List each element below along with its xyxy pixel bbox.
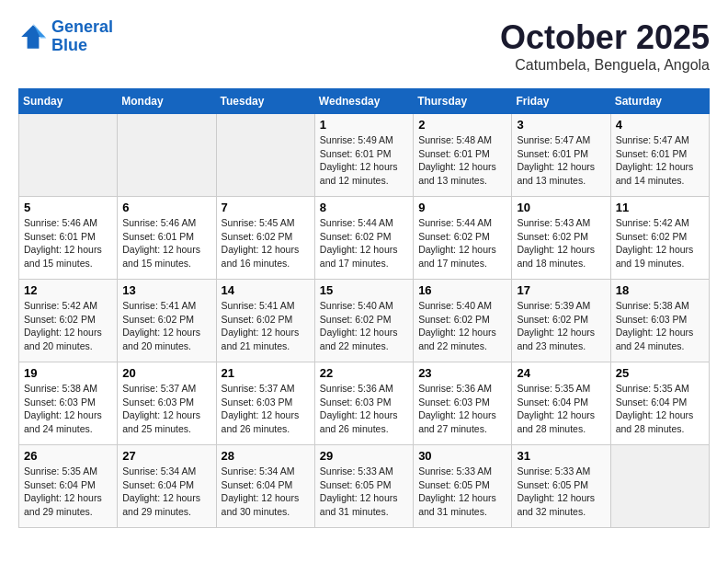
calendar-cell: 7Sunrise: 5:45 AM Sunset: 6:02 PM Daylig… <box>216 197 314 280</box>
day-number: 17 <box>517 283 605 297</box>
day-info: Sunrise: 5:41 AM Sunset: 6:02 PM Dayligh… <box>222 299 310 353</box>
calendar-cell: 15Sunrise: 5:40 AM Sunset: 6:02 PM Dayli… <box>314 280 413 362</box>
calendar-week-3: 12Sunrise: 5:42 AM Sunset: 6:02 PM Dayli… <box>19 280 710 362</box>
day-info: Sunrise: 5:34 AM Sunset: 6:04 PM Dayligh… <box>222 465 310 519</box>
header-day-thursday: Thursday <box>414 89 512 114</box>
calendar-cell: 4Sunrise: 5:47 AM Sunset: 6:01 PM Daylig… <box>610 114 709 197</box>
day-info: Sunrise: 5:41 AM Sunset: 6:02 PM Dayligh… <box>122 299 210 353</box>
day-number: 6 <box>122 201 210 214</box>
day-number: 12 <box>24 283 112 297</box>
day-number: 1 <box>320 118 408 132</box>
calendar-cell: 5Sunrise: 5:46 AM Sunset: 6:01 PM Daylig… <box>19 197 118 280</box>
day-number: 21 <box>222 366 310 380</box>
day-info: Sunrise: 5:40 AM Sunset: 6:02 PM Dayligh… <box>320 299 408 353</box>
page-header: General Blue October 2025 Catumbela, Ben… <box>18 18 710 74</box>
calendar-cell <box>19 114 118 197</box>
calendar-cell: 23Sunrise: 5:36 AM Sunset: 6:03 PM Dayli… <box>414 362 512 445</box>
calendar-cell: 11Sunrise: 5:42 AM Sunset: 6:02 PM Dayli… <box>610 197 709 280</box>
day-number: 7 <box>222 201 310 214</box>
day-number: 16 <box>418 283 506 297</box>
calendar-cell: 9Sunrise: 5:44 AM Sunset: 6:02 PM Daylig… <box>414 197 512 280</box>
day-number: 3 <box>517 118 605 132</box>
header-day-saturday: Saturday <box>610 89 709 114</box>
day-number: 9 <box>418 201 506 214</box>
day-number: 30 <box>418 449 506 463</box>
day-number: 24 <box>517 366 605 380</box>
day-number: 8 <box>320 201 408 214</box>
day-number: 23 <box>418 366 506 380</box>
day-number: 27 <box>122 449 210 463</box>
header-day-wednesday: Wednesday <box>314 89 413 114</box>
day-number: 15 <box>320 283 408 297</box>
calendar-cell: 17Sunrise: 5:39 AM Sunset: 6:02 PM Dayli… <box>512 280 610 362</box>
day-number: 14 <box>222 283 310 297</box>
day-info: Sunrise: 5:33 AM Sunset: 6:05 PM Dayligh… <box>418 465 506 519</box>
logo-line2: Blue <box>51 36 87 54</box>
day-info: Sunrise: 5:42 AM Sunset: 6:02 PM Dayligh… <box>616 216 704 270</box>
day-info: Sunrise: 5:47 AM Sunset: 6:01 PM Dayligh… <box>517 133 605 188</box>
day-number: 28 <box>222 449 310 463</box>
header-day-friday: Friday <box>512 89 610 114</box>
day-info: Sunrise: 5:34 AM Sunset: 6:04 PM Dayligh… <box>122 465 210 519</box>
calendar-cell: 1Sunrise: 5:49 AM Sunset: 6:01 PM Daylig… <box>314 114 413 197</box>
calendar-cell: 18Sunrise: 5:38 AM Sunset: 6:03 PM Dayli… <box>610 280 709 362</box>
day-info: Sunrise: 5:42 AM Sunset: 6:02 PM Dayligh… <box>24 299 112 353</box>
day-info: Sunrise: 5:36 AM Sunset: 6:03 PM Dayligh… <box>320 382 408 436</box>
day-number: 22 <box>320 366 408 380</box>
calendar-week-2: 5Sunrise: 5:46 AM Sunset: 6:01 PM Daylig… <box>19 197 710 280</box>
day-number: 10 <box>517 201 605 214</box>
calendar-cell <box>610 445 709 528</box>
day-info: Sunrise: 5:35 AM Sunset: 6:04 PM Dayligh… <box>24 465 112 519</box>
day-info: Sunrise: 5:44 AM Sunset: 6:02 PM Dayligh… <box>418 216 506 270</box>
calendar-cell: 31Sunrise: 5:33 AM Sunset: 6:05 PM Dayli… <box>512 445 610 528</box>
calendar-cell: 10Sunrise: 5:43 AM Sunset: 6:02 PM Dayli… <box>512 197 610 280</box>
calendar-cell: 26Sunrise: 5:35 AM Sunset: 6:04 PM Dayli… <box>19 445 118 528</box>
day-info: Sunrise: 5:36 AM Sunset: 6:03 PM Dayligh… <box>418 382 506 436</box>
calendar-cell: 16Sunrise: 5:40 AM Sunset: 6:02 PM Dayli… <box>414 280 512 362</box>
logo-icon <box>18 22 48 52</box>
calendar-cell: 2Sunrise: 5:48 AM Sunset: 6:01 PM Daylig… <box>414 114 512 197</box>
day-info: Sunrise: 5:39 AM Sunset: 6:02 PM Dayligh… <box>517 299 605 353</box>
calendar-cell: 29Sunrise: 5:33 AM Sunset: 6:05 PM Dayli… <box>314 445 413 528</box>
day-info: Sunrise: 5:46 AM Sunset: 6:01 PM Dayligh… <box>24 216 112 270</box>
day-info: Sunrise: 5:37 AM Sunset: 6:03 PM Dayligh… <box>222 382 310 436</box>
calendar-cell: 3Sunrise: 5:47 AM Sunset: 6:01 PM Daylig… <box>512 114 610 197</box>
day-info: Sunrise: 5:35 AM Sunset: 6:04 PM Dayligh… <box>616 382 704 436</box>
calendar-week-5: 26Sunrise: 5:35 AM Sunset: 6:04 PM Dayli… <box>19 445 710 528</box>
day-info: Sunrise: 5:40 AM Sunset: 6:02 PM Dayligh… <box>418 299 506 353</box>
day-info: Sunrise: 5:38 AM Sunset: 6:03 PM Dayligh… <box>24 382 112 436</box>
day-info: Sunrise: 5:48 AM Sunset: 6:01 PM Dayligh… <box>418 133 506 188</box>
logo-text: General Blue <box>51 18 113 55</box>
day-info: Sunrise: 5:45 AM Sunset: 6:02 PM Dayligh… <box>222 216 310 270</box>
calendar-cell: 28Sunrise: 5:34 AM Sunset: 6:04 PM Dayli… <box>216 445 314 528</box>
calendar-cell: 22Sunrise: 5:36 AM Sunset: 6:03 PM Dayli… <box>314 362 413 445</box>
calendar-cell: 24Sunrise: 5:35 AM Sunset: 6:04 PM Dayli… <box>512 362 610 445</box>
logo-line1: General <box>51 17 113 36</box>
day-number: 5 <box>24 201 112 214</box>
calendar-cell: 8Sunrise: 5:44 AM Sunset: 6:02 PM Daylig… <box>314 197 413 280</box>
calendar-cell: 12Sunrise: 5:42 AM Sunset: 6:02 PM Dayli… <box>19 280 118 362</box>
day-info: Sunrise: 5:43 AM Sunset: 6:02 PM Dayligh… <box>517 216 605 270</box>
day-number: 19 <box>24 366 112 380</box>
day-number: 29 <box>320 449 408 463</box>
day-number: 26 <box>24 449 112 463</box>
title-block: October 2025 Catumbela, Benguela, Angola <box>500 18 710 74</box>
calendar-cell: 27Sunrise: 5:34 AM Sunset: 6:04 PM Dayli… <box>118 445 216 528</box>
calendar-cell: 14Sunrise: 5:41 AM Sunset: 6:02 PM Dayli… <box>216 280 314 362</box>
location-subtitle: Catumbela, Benguela, Angola <box>500 57 710 74</box>
header-day-sunday: Sunday <box>19 89 118 114</box>
header-day-monday: Monday <box>118 89 216 114</box>
calendar-cell: 30Sunrise: 5:33 AM Sunset: 6:05 PM Dayli… <box>414 445 512 528</box>
day-info: Sunrise: 5:37 AM Sunset: 6:03 PM Dayligh… <box>122 382 210 436</box>
calendar-cell: 13Sunrise: 5:41 AM Sunset: 6:02 PM Dayli… <box>118 280 216 362</box>
logo: General Blue <box>18 18 113 55</box>
day-number: 18 <box>616 283 704 297</box>
day-number: 20 <box>122 366 210 380</box>
header-row: SundayMondayTuesdayWednesdayThursdayFrid… <box>19 89 710 114</box>
calendar-cell <box>216 114 314 197</box>
day-number: 25 <box>616 366 704 380</box>
day-info: Sunrise: 5:38 AM Sunset: 6:03 PM Dayligh… <box>616 299 704 353</box>
day-info: Sunrise: 5:35 AM Sunset: 6:04 PM Dayligh… <box>517 382 605 436</box>
day-number: 11 <box>616 201 704 214</box>
day-number: 2 <box>418 118 506 132</box>
